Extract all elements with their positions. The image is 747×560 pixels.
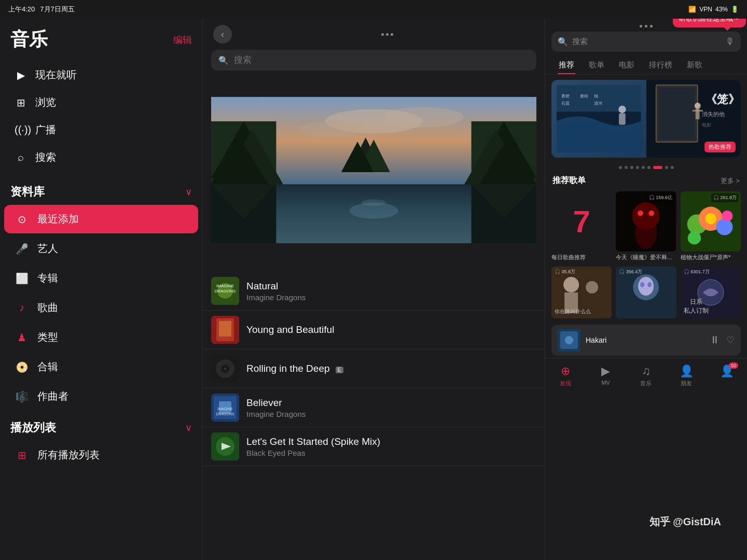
card2-anime2[interactable]: 🎧 356.4万 (616, 267, 676, 318)
library-item-songs[interactable]: ♪ 歌曲 (4, 293, 198, 322)
np-title: Hakari (586, 336, 704, 344)
svg-text:消失的他: 消失的他 (701, 111, 724, 117)
ind-dot-6 (647, 166, 651, 169)
ind-dot-9 (671, 166, 674, 169)
dots-menu[interactable] (240, 33, 534, 36)
svg-point-63 (649, 211, 655, 216)
songs-icon: ♪ (15, 302, 29, 314)
playlist-card-pvz[interactable]: 🎧 261.8万 植物大战僵尸*原声* (681, 191, 741, 261)
tab-recommend[interactable]: 推荐 (551, 56, 582, 74)
sidebar-item-search[interactable]: ⌕ 搜索 (4, 144, 198, 171)
edit-button[interactable]: 编辑 (173, 34, 192, 46)
search-icon: ⌕ (15, 151, 27, 163)
right-search-bar[interactable]: 🔍 搜索 🎙 听歌识曲在这里哦～ (551, 32, 741, 52)
right-panel: 🔍 搜索 🎙 听歌识曲在这里哦～ 推荐 歌单 电影 排行榜 新歌 (545, 19, 747, 560)
ind-dot-5 (642, 166, 645, 169)
content-area: ‹ 🔍 (202, 19, 545, 560)
tab-movie[interactable]: 电影 (612, 56, 642, 74)
back-button[interactable]: ‹ (213, 25, 232, 44)
svg-point-69 (687, 231, 700, 244)
bottom-tab-friends[interactable]: 👤 朋友 (666, 362, 707, 389)
library-item-recent[interactable]: ⊙ 最近添加 (4, 205, 198, 233)
tab-new[interactable]: 新歌 (680, 56, 710, 74)
now-playing[interactable]: Hakari ⏸ ♡ (551, 325, 741, 356)
song-info-lets: Let's Get It Started (Spike Mix) Black E… (246, 436, 536, 457)
sidebar-nav: ▶ 现在就听 ⊞ 浏览 ((·)) 广播 ⌕ 搜索 (0, 57, 202, 176)
radio-icon: ((·)) (15, 124, 27, 136)
tab-charts[interactable]: 排行榜 (642, 56, 680, 74)
recommend-title: 推荐歌单 (552, 175, 586, 186)
status-time: 上午4:20 (8, 5, 35, 14)
playlist-chevron-icon[interactable]: ∨ (185, 422, 192, 433)
content-search-icon: 🔍 (218, 55, 229, 65)
heart-button[interactable]: ♡ (726, 334, 735, 346)
song-item-believer[interactable]: IMAGINE DRAGONS Believer Imagine Dragons (203, 388, 545, 427)
sidebar: 音乐 编辑 ▶ 现在就听 ⊞ 浏览 ((·)) 广播 ⌕ 搜索 资料库 ∨ (0, 19, 202, 560)
song-item-rolling[interactable]: Rolling in the Deep E (203, 349, 545, 388)
sidebar-item-radio[interactable]: ((·)) 广播 (4, 117, 198, 143)
playlist-label-pvz: 植物大战僵尸*原声* (681, 254, 741, 261)
library-label-songs: 歌曲 (37, 301, 58, 315)
svg-point-62 (638, 211, 644, 216)
song-item-natural[interactable]: IMAGINE DRAGONS Natural Imagine Dragons (203, 272, 545, 311)
svg-rect-52 (658, 88, 695, 139)
ind-dot-1 (619, 166, 622, 169)
app-title: 音乐 (10, 27, 48, 52)
svg-text:石晨: 石晨 (561, 101, 570, 106)
daily-number: 7 (573, 204, 590, 240)
sidebar-label-radio: 广播 (35, 123, 56, 137)
ind-dot-3 (630, 166, 633, 169)
bottom-tab-mv[interactable]: ▶ MV (586, 362, 626, 389)
library-item-albums[interactable]: ⬜ 专辑 (4, 264, 198, 292)
more-link[interactable]: 更多 > (721, 176, 740, 186)
card2-japanese[interactable]: 日系私人订制 🎧 6301.7万 (681, 267, 741, 318)
card2-man[interactable]: 🎧 35.8万 你在路叫什么么 (551, 267, 612, 318)
sidebar-item-listen-now[interactable]: ▶ 现在就听 (4, 62, 198, 88)
library-item-composers[interactable]: 🎼 作曲者 (4, 382, 198, 411)
playlist-card-anime[interactable]: 🎧 159.6亿 今天《睡魔》爱不释... (616, 191, 676, 261)
library-item-compilations[interactable]: 📀 合辑 (4, 353, 198, 381)
svg-text:电影: 电影 (701, 122, 711, 128)
status-right: 📶 VPN 43% 🔋 (688, 6, 739, 13)
playlist-card-daily[interactable]: 7 每日歌曲推荐 (551, 191, 612, 261)
svg-point-72 (563, 277, 579, 292)
tab-playlist[interactable]: 歌单 (582, 56, 612, 74)
dots-indicator (545, 166, 747, 169)
np-info: Hakari (586, 336, 704, 344)
svg-point-77 (638, 277, 654, 296)
bottom-tab-discover[interactable]: ⊕ 发现 (545, 362, 586, 389)
song-info-believer: Believer Imagine Dragons (246, 397, 536, 418)
dot2 (386, 33, 389, 36)
mv-label: MV (601, 380, 610, 386)
mic-icon[interactable]: 🎙 (725, 36, 735, 47)
svg-point-2 (300, 121, 365, 137)
right-dots-menu[interactable] (640, 25, 653, 27)
content-search-bar[interactable]: 🔍 (211, 50, 536, 71)
banner-area[interactable]: 赛碧 石晨 唐枯 钱 清河 《笼》 (551, 80, 741, 158)
bottom-tab-music[interactable]: ♫ 音乐 (626, 362, 667, 389)
explicit-badge: E (336, 367, 343, 373)
library-item-genres[interactable]: ♟ 类型 (4, 323, 198, 352)
np-thumb (558, 329, 580, 352)
library-item-all-playlists[interactable]: ⊞ 所有播放列表 (4, 441, 198, 469)
song-item-young[interactable]: Young and Beautiful (203, 311, 545, 349)
sidebar-item-browse[interactable]: ⊞ 浏览 (4, 89, 198, 116)
badge-number: 10 (729, 362, 738, 369)
song-thumb-rolling (211, 355, 239, 383)
ind-dot-4 (636, 166, 639, 169)
svg-point-83 (565, 336, 573, 344)
library-chevron-icon[interactable]: ∨ (185, 186, 192, 198)
content-search-input[interactable] (234, 55, 529, 65)
svg-text:唐枯: 唐枯 (580, 94, 588, 99)
pause-button[interactable]: ⏸ (710, 334, 720, 346)
song-artist-lets: Black Eyed Peas (246, 449, 536, 457)
discover-icon: ⊕ (561, 365, 570, 378)
bottom-tab-account[interactable]: 👤 10 (707, 362, 747, 389)
playlist-label-daily: 每日歌曲推荐 (551, 254, 612, 261)
genres-icon: ♟ (15, 331, 29, 344)
library-item-artists[interactable]: 🎤 艺人 (4, 234, 198, 263)
account-badge: 👤 10 (720, 365, 734, 378)
compilations-icon: 📀 (15, 361, 29, 373)
song-item-lets[interactable]: Let's Get It Started (Spike Mix) Black E… (203, 427, 545, 466)
sidebar-label-listen-now: 现在就听 (35, 68, 77, 82)
